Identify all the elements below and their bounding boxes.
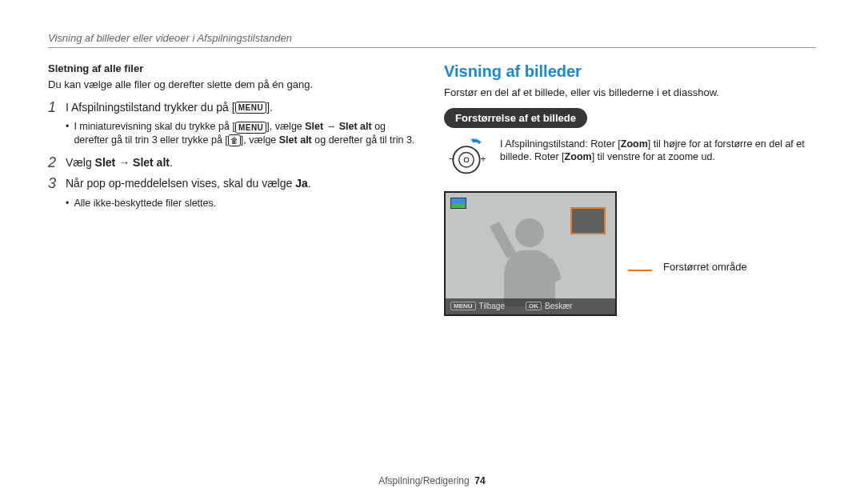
zoom-description: I Afspilningstilstand: Roter [Zoom] til … bbox=[500, 138, 816, 165]
zoom-text-part: I Afspilningstilstand: Roter [ bbox=[500, 138, 621, 150]
step-body: I Afspilningstilstand trykker du på [MEN… bbox=[66, 100, 420, 115]
thumbnail-icon bbox=[450, 198, 466, 209]
zoom-bold: Zoom bbox=[565, 151, 592, 162]
screen-block: MENU Tilbage OK Beskær Forstørret område bbox=[444, 191, 816, 316]
arrow: → bbox=[115, 156, 133, 169]
step-text: . bbox=[170, 156, 173, 169]
step-text: I Afspilningstilstand trykker du på [ bbox=[66, 101, 235, 114]
bullet-text: og derefter gå til trin 3. bbox=[312, 134, 415, 146]
section-title: Visning af billeder bbox=[444, 62, 816, 81]
bullet-text: I miniaturevisning skal du trykke på [ bbox=[74, 121, 234, 132]
step-body: Når pop op-meddelelsen vises, skal du væ… bbox=[66, 176, 420, 191]
step3-bullets: Alle ikke-beskyttede filer slettes. bbox=[66, 197, 420, 210]
bullet-bold: Slet alt bbox=[339, 121, 372, 132]
step-bold: Slet alt bbox=[133, 156, 170, 169]
step-1: 1 I Afspilningstilstand trykker du på [M… bbox=[48, 100, 420, 116]
right-column: Visning af billeder Forstør en del af et… bbox=[444, 62, 816, 316]
silhouette-icon bbox=[482, 210, 578, 306]
step-bold: Slet bbox=[95, 156, 116, 169]
zoom-row: − + I Afspilningstilstand: Roter [Zoom] … bbox=[444, 138, 816, 180]
breadcrumb: Visning af billeder eller videoer i Afsp… bbox=[48, 32, 816, 44]
svg-text:−: − bbox=[449, 153, 455, 165]
zoom-bold: Zoom bbox=[621, 138, 648, 150]
step1-bullets: I miniaturevisning skal du trykke på [ME… bbox=[66, 120, 420, 147]
svg-point-2 bbox=[464, 158, 469, 162]
step-3: 3 Når pop op-meddelelsen vises, skal du … bbox=[48, 176, 420, 192]
bullet-text: Alle ikke-beskyttede filer slettes. bbox=[74, 197, 216, 210]
content-columns: Sletning af alle filer Du kan vælge alle… bbox=[48, 62, 816, 316]
bullet-bold: Slet bbox=[305, 121, 323, 132]
left-heading: Sletning af alle filer bbox=[48, 62, 420, 74]
step-number: 1 bbox=[48, 100, 66, 116]
step-text: Vælg bbox=[66, 156, 95, 169]
step-number: 3 bbox=[48, 176, 66, 192]
step-2: 2 Vælg Slet → Slet alt. bbox=[48, 155, 420, 171]
step-text: ]. bbox=[266, 101, 273, 114]
arrow: → bbox=[323, 121, 338, 132]
menu-icon: MENU bbox=[235, 102, 266, 114]
back-label: Tilbage bbox=[479, 302, 505, 310]
left-intro: Du kan vælge alle filer og derefter slet… bbox=[48, 78, 420, 92]
right-intro: Forstør en del af et billede, eller vis … bbox=[444, 86, 816, 100]
camera-screen: MENU Tilbage OK Beskær bbox=[444, 191, 617, 316]
zoom-text-part: ] til venstre for at zoome ud. bbox=[592, 151, 715, 162]
svg-text:+: + bbox=[481, 154, 486, 165]
menu-icon: MENU bbox=[235, 122, 266, 134]
screen-bottom-bar: MENU Tilbage OK Beskær bbox=[446, 298, 615, 314]
callout-label: Forstørret område bbox=[663, 261, 747, 273]
bullet-text: ], vælge bbox=[241, 134, 279, 146]
step-text: . bbox=[308, 177, 311, 190]
svg-point-1 bbox=[459, 152, 474, 167]
bullet-text: ], vælge bbox=[266, 121, 305, 132]
divider bbox=[48, 47, 816, 48]
page-footer: Afspilning/Redigering 74 bbox=[0, 475, 864, 486]
magnified-area bbox=[570, 207, 606, 234]
left-column: Sletning af alle filer Du kan vælge alle… bbox=[48, 62, 420, 316]
step-bold: Ja bbox=[295, 177, 308, 190]
trash-icon: 🗑 bbox=[228, 134, 241, 146]
bullet-item: I miniaturevisning skal du trykke på [ME… bbox=[66, 120, 420, 147]
page-number: 74 bbox=[474, 475, 485, 486]
step-number: 2 bbox=[48, 155, 66, 171]
leader-line bbox=[628, 270, 652, 271]
menu-button-icon: MENU bbox=[450, 302, 476, 310]
bullet-item: Alle ikke-beskyttede filer slettes. bbox=[66, 197, 420, 210]
crop-label: Beskær bbox=[545, 302, 572, 310]
steps-list-cont: 2 Vælg Slet → Slet alt. 3 Når pop op-med… bbox=[48, 155, 420, 192]
footer-section: Afspilning/Redigering bbox=[378, 475, 469, 486]
ok-button-icon: OK bbox=[526, 302, 542, 310]
step-body: Vælg Slet → Slet alt. bbox=[66, 155, 420, 170]
svg-point-0 bbox=[453, 146, 479, 173]
svg-point-5 bbox=[515, 218, 544, 247]
step-text: Når pop op-meddelelsen vises, skal du væ… bbox=[66, 177, 295, 190]
pill-label: Forstørrelse af et billede bbox=[444, 108, 587, 128]
bullet-bold: Slet alt bbox=[279, 134, 312, 146]
zoom-dial-icon: − + bbox=[444, 138, 489, 180]
steps-list: 1 I Afspilningstilstand trykker du på [M… bbox=[48, 100, 420, 116]
